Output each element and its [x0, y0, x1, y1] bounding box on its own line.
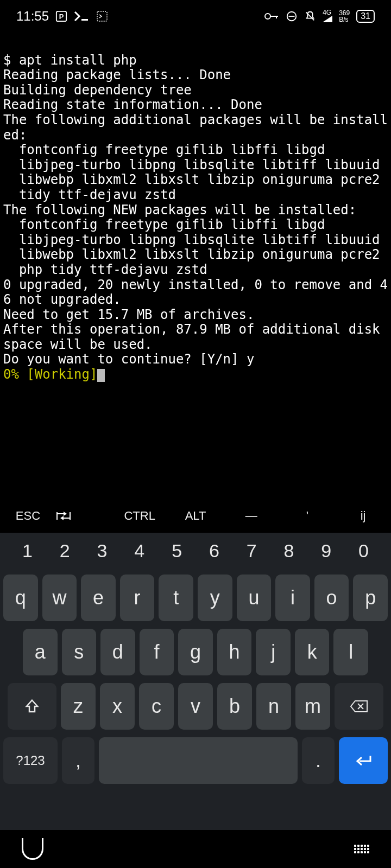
enter-key[interactable]: [339, 737, 388, 784]
terminal-line: $ apt install php: [3, 53, 137, 68]
status-bar: 11:55 P 4G 369B/s 31: [0, 0, 391, 33]
svg-rect-8: [289, 16, 295, 17]
termux-icon: [96, 10, 109, 23]
dash-key[interactable]: —: [223, 509, 279, 523]
network-status: 4G: [323, 9, 332, 23]
terminal-line: libwebp libxml2 libxslt libzip oniguruma…: [3, 172, 380, 187]
terminal-line: Building dependency tree: [3, 82, 192, 98]
ij-key[interactable]: ij: [335, 509, 391, 523]
key-w[interactable]: w: [42, 575, 77, 621]
number-row: 1 2 3 4 5 6 7 8 9 0: [3, 538, 388, 567]
terminal-line: 0 upgraded, 20 newly installed, 0 to rem…: [3, 277, 388, 308]
key-0[interactable]: 0: [358, 540, 369, 561]
esc-key[interactable]: ESC: [0, 509, 56, 523]
terminal-progress: 0% [Working]: [3, 367, 97, 382]
data-speed: 369B/s: [339, 10, 350, 23]
terminal-line: php tidy ttf-dejavu zstd: [3, 262, 207, 277]
parking-icon: P: [55, 10, 67, 22]
space-key[interactable]: [99, 737, 298, 784]
key-v[interactable]: v: [178, 683, 213, 730]
key-6[interactable]: 6: [209, 540, 219, 561]
svg-rect-2: [81, 19, 88, 21]
cursor-icon: [97, 369, 105, 382]
vpn-key-icon: [264, 12, 279, 21]
key-g[interactable]: g: [178, 629, 213, 675]
terminal-line: fontconfig freetype giflib libffi libgd: [3, 142, 325, 157]
key-2[interactable]: 2: [60, 540, 70, 561]
key-k[interactable]: k: [295, 629, 330, 675]
key-x[interactable]: x: [100, 683, 135, 730]
comma-key[interactable]: ,: [62, 737, 94, 784]
key-b[interactable]: b: [217, 683, 252, 730]
svg-rect-6: [276, 16, 277, 18]
key-q[interactable]: q: [3, 575, 38, 621]
mute-icon: [304, 10, 316, 22]
shift-key[interactable]: [8, 683, 56, 730]
key-1[interactable]: 1: [22, 540, 33, 561]
backspace-key[interactable]: [335, 683, 383, 730]
key-r[interactable]: r: [120, 575, 155, 621]
ctrl-key[interactable]: CTRL: [112, 509, 168, 523]
key-8[interactable]: 8: [284, 540, 294, 561]
key-n[interactable]: n: [256, 683, 291, 730]
alt-key[interactable]: ALT: [168, 509, 224, 523]
terminal-extra-keys: ESC CTRL ALT — ' ij: [0, 499, 391, 533]
key-h[interactable]: h: [217, 629, 252, 675]
key-u[interactable]: u: [237, 575, 272, 621]
key-f[interactable]: f: [140, 629, 174, 675]
terminal-line: The following additional packages will b…: [3, 112, 388, 143]
key-z[interactable]: z: [61, 683, 96, 730]
terminal-line: Reading package lists... Done: [3, 67, 231, 82]
apostrophe-key[interactable]: ': [279, 509, 335, 523]
terminal-line: Need to get 15.7 MB of archives.: [3, 307, 254, 322]
key-d[interactable]: d: [100, 629, 135, 675]
svg-text:P: P: [59, 12, 64, 21]
key-9[interactable]: 9: [321, 540, 331, 561]
svg-point-4: [265, 14, 270, 19]
terminal-line: Reading state information... Done: [3, 97, 262, 112]
terminal-line: Do you want to continue? [Y/n] y: [3, 352, 254, 367]
key-4[interactable]: 4: [134, 540, 144, 561]
key-l[interactable]: l: [333, 629, 368, 675]
period-key[interactable]: .: [302, 737, 335, 784]
back-icon[interactable]: [22, 838, 43, 860]
tab-key[interactable]: [56, 511, 112, 521]
symbols-key[interactable]: ?123: [3, 737, 58, 784]
clock: 11:55: [16, 9, 49, 24]
key-a[interactable]: a: [23, 629, 58, 675]
terminal-line: After this operation, 87.9 MB of additio…: [3, 322, 388, 352]
terminal-prompt-icon: [74, 11, 89, 22]
key-3[interactable]: 3: [97, 540, 108, 561]
terminal-line: The following NEW packages will be insta…: [3, 202, 356, 218]
do-not-disturb-icon: [286, 10, 298, 22]
key-i[interactable]: i: [275, 575, 310, 621]
keyboard-switch-icon[interactable]: [354, 845, 369, 853]
terminal-line: tidy ttf-dejavu zstd: [3, 187, 176, 202]
key-5[interactable]: 5: [172, 540, 182, 561]
key-o[interactable]: o: [314, 575, 349, 621]
key-e[interactable]: e: [81, 575, 116, 621]
key-s[interactable]: s: [62, 629, 97, 675]
terminal-line: libjpeg-turbo libpng libsqlite libtiff l…: [3, 157, 380, 173]
terminal-output[interactable]: $ apt install php Reading package lists.…: [0, 33, 391, 388]
terminal-line: fontconfig freetype giflib libffi libgd: [3, 217, 325, 232]
key-t[interactable]: t: [159, 575, 193, 621]
soft-keyboard: 1 2 3 4 5 6 7 8 9 0 q w e r t y u i o p …: [0, 533, 391, 830]
key-y[interactable]: y: [198, 575, 232, 621]
key-7[interactable]: 7: [247, 540, 257, 561]
battery-indicator: 31: [356, 10, 375, 23]
key-c[interactable]: c: [139, 683, 174, 730]
terminal-line: libjpeg-turbo libpng libsqlite libtiff l…: [3, 232, 380, 247]
key-j[interactable]: j: [256, 629, 291, 675]
key-p[interactable]: p: [353, 575, 388, 621]
key-m[interactable]: m: [295, 683, 330, 730]
navigation-bar: [0, 830, 391, 868]
terminal-line: libwebp libxml2 libxslt libzip oniguruma…: [3, 247, 380, 262]
